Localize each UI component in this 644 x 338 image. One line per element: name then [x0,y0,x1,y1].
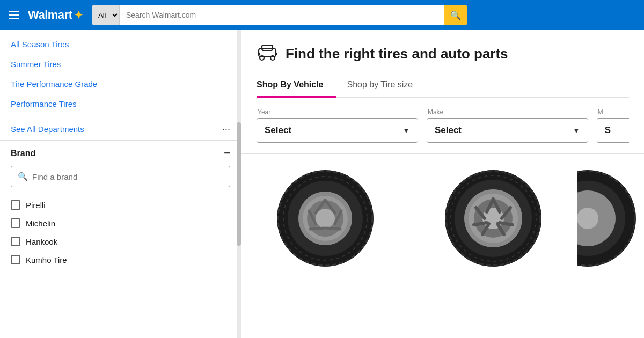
sidebar-nav: All Season Tires Summer Tires Tire Perfo… [0,30,241,118]
svg-line-16 [326,228,340,229]
tire-image-2[interactable] [409,165,577,272]
search-button[interactable]: 🔍 [444,5,467,25]
dots-menu-icon[interactable]: ··· [222,123,230,135]
sidebar-item-summer[interactable]: Summer Tires [0,54,241,74]
sidebar-item-all-season[interactable]: All Season Tires [0,34,241,54]
make-select[interactable]: Select ▼ [427,118,588,143]
svg-rect-5 [275,53,277,55]
tire-image-3[interactable] [577,165,644,272]
svg-line-30 [500,223,513,225]
brand-label-michelin: Michelin [26,219,55,228]
model-select-group: M S [597,108,629,143]
car-icon [257,43,278,65]
svg-point-11 [316,209,335,228]
tire-finder-widget: Find the right tires and auto parts Shop… [241,30,644,154]
make-value: Select [435,125,462,136]
brand-item-michelin[interactable]: Michelin [11,214,230,232]
search-bar: All 🔍 [92,5,467,25]
walmart-logo: Walmart ✦ [28,8,83,22]
walmart-spark: ✦ [74,9,83,21]
make-select-group: Make Select ▼ [427,108,588,143]
content-area: Find the right tires and auto parts Shop… [241,30,644,338]
finder-title-text: Find the right tires and auto parts [286,46,508,62]
main-layout: All Season Tires Summer Tires Tire Perfo… [0,30,644,338]
brand-label-pirelli: Pirelli [26,201,46,210]
checkbox-michelin[interactable] [11,218,20,228]
brand-search-box: 🔍 [11,166,230,187]
brand-search-icon: 🔍 [18,172,28,181]
year-label: Year [257,108,418,116]
checkbox-hankook[interactable] [11,237,20,246]
vehicle-selectors: Year Select ▼ Make Select ▼ M [257,108,629,143]
see-all-label: See All Departments [11,124,84,134]
sidebar-item-performance-grade[interactable]: Tire Performance Grade [0,74,241,94]
sidebar: All Season Tires Summer Tires Tire Perfo… [0,30,241,338]
brand-title: Brand [11,149,35,158]
year-select-group: Year Select ▼ [257,108,418,143]
model-label: M [597,108,629,116]
hamburger-menu[interactable] [9,11,19,19]
make-label: Make [427,108,588,116]
brand-item-kumho[interactable]: Kumho Tire [11,251,230,269]
tire-image-1[interactable] [241,165,409,272]
logo-text: Walmart [28,8,72,22]
svg-line-29 [474,223,487,225]
svg-rect-4 [258,53,260,55]
sidebar-item-performance[interactable]: Performance Tires [0,94,241,114]
header: Walmart ✦ All 🔍 [0,0,644,30]
year-select[interactable]: Select ▼ [257,118,418,143]
brand-section: Brand − 🔍 Pirelli Michelin Hankook [0,147,241,269]
brand-header: Brand − [11,147,230,159]
model-value: S [605,125,611,136]
tab-bar: Shop By Vehicle Shop by Tire size [257,75,629,98]
brand-item-hankook[interactable]: Hankook [11,232,230,251]
checkbox-pirelli[interactable] [11,200,20,210]
year-dropdown-arrow: ▼ [402,126,410,135]
brand-label-kumho: Kumho Tire [26,255,67,264]
checkbox-kumho[interactable] [11,255,20,264]
brand-collapse-icon[interactable]: − [224,147,230,159]
svg-point-39 [577,208,598,229]
make-dropdown-arrow: ▼ [573,126,580,135]
tire-product-images [241,154,644,272]
brand-search-input[interactable] [32,172,223,181]
see-all-departments[interactable]: See All Departments ··· [0,118,241,141]
brand-list: Pirelli Michelin Hankook Kumho Tire [11,196,230,269]
scrollbar-track [237,30,241,338]
scrollbar-thumb[interactable] [237,122,241,246]
tab-shop-by-tire-size[interactable]: Shop by Tire size [347,75,426,98]
tire-finder-title: Find the right tires and auto parts [257,43,629,65]
search-input[interactable] [120,11,444,19]
model-select[interactable]: S [597,118,629,143]
brand-item-pirelli[interactable]: Pirelli [11,196,230,214]
tab-shop-by-vehicle[interactable]: Shop By Vehicle [257,75,336,98]
search-category-dropdown[interactable]: All [92,5,120,25]
svg-line-15 [310,228,324,229]
brand-label-hankook: Hankook [26,237,57,246]
year-value: Select [265,125,291,136]
